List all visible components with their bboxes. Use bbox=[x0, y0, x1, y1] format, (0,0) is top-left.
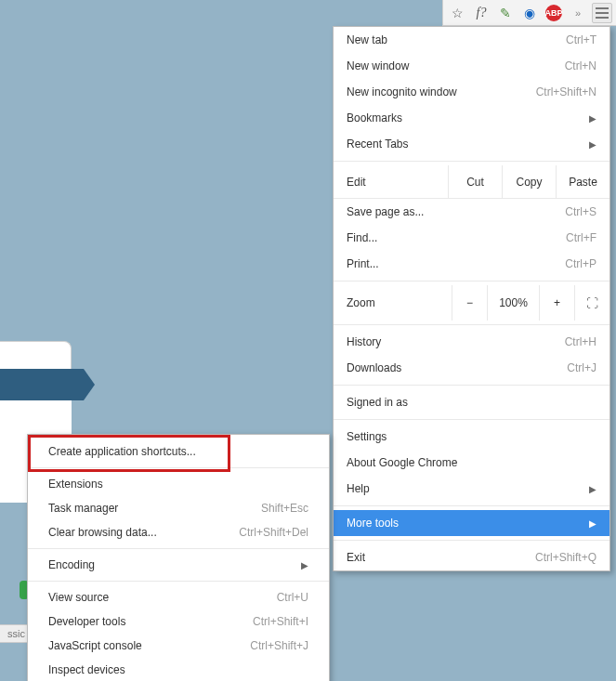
menu-item-label: Recent Tabs bbox=[347, 138, 409, 151]
chrome-menu-button[interactable] bbox=[592, 3, 612, 23]
menu-separator bbox=[334, 540, 609, 541]
submenu-item-label: JavaScript console bbox=[48, 639, 142, 652]
submenu-separator bbox=[28, 548, 329, 549]
menu-shortcut: Ctrl+T bbox=[566, 33, 596, 46]
menu-item-label: New incognito window bbox=[347, 85, 457, 98]
submenu-shortcut: Shift+Esc bbox=[261, 502, 308, 515]
extension-eyedropper-icon[interactable]: ✎ bbox=[495, 3, 516, 23]
menu-about[interactable]: About Google Chrome bbox=[334, 450, 609, 476]
menu-separator bbox=[334, 281, 609, 282]
submenu-item-label: Task manager bbox=[48, 502, 118, 515]
menu-history[interactable]: History Ctrl+H bbox=[334, 329, 609, 355]
zoom-in-button[interactable]: + bbox=[539, 285, 574, 321]
submenu-item-label: Extensions bbox=[48, 478, 103, 491]
submenu-item-label: Clear browsing data... bbox=[48, 526, 157, 539]
chevron-right-icon: ▶ bbox=[301, 560, 308, 570]
menu-exit[interactable]: Exit Ctrl+Shift+Q bbox=[334, 544, 609, 570]
menu-help[interactable]: Help ▶ bbox=[334, 476, 609, 502]
menu-item-label: History bbox=[347, 335, 381, 348]
menu-zoom-row: Zoom − 100% + ⛶ bbox=[334, 285, 609, 321]
menu-separator bbox=[334, 505, 609, 506]
menu-item-label: Save page as... bbox=[347, 205, 424, 218]
menu-settings[interactable]: Settings bbox=[334, 424, 609, 450]
submenu shortcut: Ctrl+U bbox=[277, 591, 308, 604]
submenu-item-label: Inspect devices bbox=[48, 663, 125, 676]
menu-save-page[interactable]: Save page as... Ctrl+S bbox=[334, 199, 609, 225]
menu-recent-tabs[interactable]: Recent Tabs ▶ bbox=[334, 131, 609, 157]
menu-item-label: Bookmarks bbox=[347, 111, 402, 124]
edit-cut-button[interactable]: Cut bbox=[448, 165, 502, 198]
menu-shortcut: Ctrl+Shift+Q bbox=[535, 551, 596, 564]
menu-item-label: Exit bbox=[347, 551, 365, 564]
edit-copy-button[interactable]: Copy bbox=[502, 165, 556, 198]
zoom-out-button[interactable]: − bbox=[452, 285, 487, 321]
menu-new-window[interactable]: New window Ctrl+N bbox=[334, 53, 609, 79]
menu-item-label: Downloads bbox=[347, 361, 401, 374]
menu-separator bbox=[334, 161, 609, 162]
submenu-create-shortcuts[interactable]: Create application shortcuts... bbox=[28, 439, 329, 464]
menu-bookmarks[interactable]: Bookmarks ▶ bbox=[334, 105, 609, 131]
menu-downloads[interactable]: Downloads Ctrl+J bbox=[334, 355, 609, 381]
menu-shortcut: Ctrl+N bbox=[565, 59, 596, 72]
extension-fq-icon[interactable]: f? bbox=[471, 3, 491, 23]
submenu-separator bbox=[28, 581, 329, 582]
menu-separator bbox=[334, 419, 609, 420]
submenu-shortcut: Ctrl+Shift+Del bbox=[239, 526, 308, 539]
menu-item-label: Find... bbox=[347, 231, 377, 244]
submenu-inspect-devices[interactable]: Inspect devices bbox=[28, 658, 329, 681]
extension-abp-icon[interactable]: ABP bbox=[544, 3, 564, 23]
menu-separator bbox=[334, 385, 609, 386]
submenu-view-source[interactable]: View source Ctrl+U bbox=[28, 585, 329, 609]
menu-shortcut: Ctrl+H bbox=[565, 335, 596, 348]
submenu-extensions[interactable]: Extensions bbox=[28, 472, 329, 496]
submenu-shortcut: Ctrl+Shift+I bbox=[253, 615, 308, 628]
menu-shortcut: Ctrl+J bbox=[567, 361, 596, 374]
bookmark-star-icon[interactable]: ☆ bbox=[447, 3, 467, 23]
submenu-separator bbox=[28, 467, 329, 468]
chevron-right-icon: ▶ bbox=[589, 113, 596, 124]
submenu-task-manager[interactable]: Task manager Shift+Esc bbox=[28, 496, 329, 520]
menu-edit-label: Edit bbox=[334, 176, 448, 189]
more-tools-submenu: Create application shortcuts... Extensio… bbox=[27, 434, 330, 681]
fullscreen-button[interactable]: ⛶ bbox=[574, 285, 609, 321]
extension-blue-icon[interactable]: ◉ bbox=[519, 3, 540, 23]
menu-item-label: More tools bbox=[347, 517, 399, 530]
menu-item-label: New tab bbox=[347, 33, 387, 46]
submenu-encoding[interactable]: Encoding ▶ bbox=[28, 553, 329, 577]
submenu-clear-data[interactable]: Clear browsing data... Ctrl+Shift+Del bbox=[28, 520, 329, 544]
chevron-right-icon: ▶ bbox=[589, 139, 596, 150]
menu-new-incognito[interactable]: New incognito window Ctrl+Shift+N bbox=[334, 79, 609, 105]
chevron-right-icon: ▶ bbox=[589, 484, 596, 494]
page-ribbon-decoration bbox=[0, 341, 77, 434]
menu-item-label: About Google Chrome bbox=[347, 456, 457, 469]
submenu-js-console[interactable]: JavaScript console Ctrl+Shift+J bbox=[28, 634, 329, 658]
chevron-right-icon: ▶ bbox=[589, 518, 596, 529]
menu-item-label: Signed in as bbox=[347, 396, 408, 409]
zoom-value: 100% bbox=[487, 285, 539, 321]
submenu-item-label: Encoding bbox=[48, 558, 95, 571]
menu-edit-row: Edit Cut Copy Paste bbox=[334, 165, 609, 199]
chrome-main-menu: New tab Ctrl+T New window Ctrl+N New inc… bbox=[333, 26, 610, 571]
menu-item-label: Print... bbox=[347, 257, 379, 270]
overflow-icon[interactable]: » bbox=[568, 3, 588, 23]
submenu-dev-tools[interactable]: Developer tools Ctrl+Shift+I bbox=[28, 609, 329, 634]
menu-find[interactable]: Find... Ctrl+F bbox=[334, 225, 609, 251]
edit-paste-button[interactable]: Paste bbox=[556, 165, 609, 198]
menu-item-label: New window bbox=[347, 59, 409, 72]
browser-toolbar: ☆ f? ✎ ◉ ABP » bbox=[442, 0, 616, 26]
menu-shortcut: Ctrl+F bbox=[566, 231, 596, 244]
menu-more-tools[interactable]: More tools ▶ bbox=[334, 510, 609, 536]
menu-print[interactable]: Print... Ctrl+P bbox=[334, 251, 609, 277]
menu-shortcut: Ctrl+S bbox=[565, 205, 596, 218]
submenu-shortcut: Ctrl+Shift+J bbox=[250, 639, 308, 652]
menu-shortcut: Ctrl+Shift+N bbox=[536, 85, 596, 98]
menu-item-label: Help bbox=[347, 482, 370, 495]
fullscreen-icon: ⛶ bbox=[586, 296, 598, 310]
submenu-item-label: View source bbox=[48, 591, 109, 604]
menu-separator bbox=[334, 324, 609, 325]
menu-item-label: Settings bbox=[347, 430, 387, 443]
menu-shortcut: Ctrl+P bbox=[565, 257, 596, 270]
submenu-item-label: Create application shortcuts... bbox=[48, 445, 196, 458]
menu-signed-in[interactable]: Signed in as bbox=[334, 389, 609, 415]
menu-new-tab[interactable]: New tab Ctrl+T bbox=[334, 27, 609, 53]
